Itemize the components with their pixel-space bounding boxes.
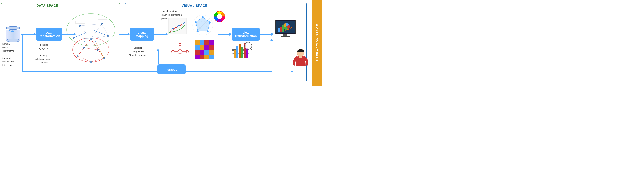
svg-line-23	[91, 39, 104, 58]
svg-rect-73	[209, 50, 214, 55]
svg-rect-81	[241, 47, 243, 58]
data-transformation-box: DataTransformation	[36, 28, 62, 41]
data-label: Data	[4, 30, 18, 33]
interaction-left-vert	[22, 34, 23, 71]
svg-rect-36	[101, 62, 113, 65]
svg-line-26	[74, 26, 80, 38]
svg-point-50	[195, 21, 196, 23]
interaction-box: Interaction	[157, 64, 186, 75]
svg-line-16	[80, 26, 91, 39]
arrow-transform-to-mapping	[62, 34, 74, 35]
color-wheel	[214, 11, 225, 22]
line-chart	[168, 18, 186, 34]
arrow-charts-to-view	[218, 34, 230, 35]
network-diagram	[64, 10, 118, 70]
arrowhead-interaction-up	[156, 49, 160, 51]
svg-rect-35	[98, 19, 107, 22]
svg-rect-67	[200, 45, 204, 50]
interaction-right-vert	[272, 41, 272, 71]
main-container: DATA SPACE VISUAL SPACE Data nominalordi…	[0, 0, 322, 86]
arrowhead-to-visual-mapping	[128, 33, 130, 36]
svg-rect-83	[246, 48, 248, 58]
svg-marker-45	[196, 17, 210, 31]
svg-rect-88	[278, 28, 280, 32]
svg-point-15	[84, 41, 85, 42]
svg-line-19	[91, 36, 108, 39]
svg-rect-34	[76, 21, 85, 23]
svg-rect-90	[282, 25, 284, 32]
svg-rect-68	[204, 45, 209, 50]
interaction-space-label: INTERACTION SPACE	[316, 24, 319, 62]
arrowhead-transform-to-mapping	[74, 33, 76, 36]
svg-rect-66	[195, 45, 200, 50]
bar-chart	[195, 40, 214, 59]
interaction-space-container: INTERACTION SPACE	[312, 0, 322, 86]
svg-point-47	[209, 21, 211, 23]
visual-mapping-box: VisualMapping	[130, 28, 154, 41]
radar-chart	[192, 14, 214, 36]
svg-rect-91	[284, 34, 288, 36]
interaction-bottom-line	[22, 71, 272, 72]
svg-point-52	[217, 14, 222, 19]
interaction-vert-up	[158, 50, 158, 64]
svg-line-30	[91, 58, 104, 62]
arrow-data-to-transform	[21, 34, 34, 35]
person-arrow-placeholder	[290, 71, 292, 72]
svg-rect-92	[282, 36, 290, 37]
svg-line-85	[250, 48, 252, 50]
arrow-to-visual-mapping	[119, 34, 128, 35]
svg-rect-78	[234, 50, 236, 58]
svg-point-49	[197, 30, 198, 32]
svg-rect-71	[200, 50, 204, 55]
svg-rect-64	[204, 40, 209, 45]
svg-rect-69	[209, 45, 214, 50]
svg-rect-74	[195, 55, 200, 59]
svg-rect-94	[300, 56, 302, 58]
svg-line-25	[80, 24, 102, 26]
data-space-label: DATA SPACE	[36, 4, 58, 8]
svg-rect-72	[204, 50, 209, 55]
svg-rect-77	[209, 55, 214, 59]
visual-space-label: VISUAL SPACE	[182, 4, 208, 8]
mapping-ops-label: SelectionDesign rulesAttributes mapping	[129, 46, 147, 57]
svg-rect-63	[200, 40, 204, 45]
arrow-view-to-monitor	[260, 34, 272, 35]
svg-rect-70	[195, 50, 200, 55]
svg-rect-89	[280, 27, 282, 32]
person-icon	[292, 48, 309, 75]
bar-chart-zoom	[234, 40, 252, 58]
view-transformation-box: ViewTransformation	[232, 28, 260, 41]
cylinder-top	[6, 26, 20, 30]
transform-ops-label: groupingagregationbinningrelational quer…	[35, 43, 52, 65]
arrowhead-view-to-monitor	[271, 33, 274, 36]
svg-line-22	[78, 39, 91, 56]
svg-rect-75	[200, 55, 204, 59]
cylinder-bottom-ellipse	[6, 39, 20, 42]
svg-point-46	[202, 16, 204, 18]
svg-line-31	[95, 31, 108, 36]
svg-line-27	[102, 24, 108, 36]
svg-rect-65	[209, 40, 214, 45]
svg-point-48	[207, 30, 208, 32]
arrowhead-up-view	[270, 39, 273, 41]
svg-rect-79	[236, 46, 238, 58]
arrowhead-visual-to-charts	[166, 33, 168, 36]
svg-rect-80	[239, 44, 241, 58]
svg-rect-62	[195, 40, 200, 45]
data-cylinder	[6, 26, 20, 42]
monitor-icon	[274, 19, 296, 41]
data-types-label: nominalordinalquantitativetemporaldimens…	[2, 42, 17, 67]
svg-point-53	[178, 50, 182, 54]
network-small	[170, 42, 190, 61]
svg-rect-76	[204, 55, 209, 59]
arrow-visual-to-charts	[154, 34, 166, 35]
